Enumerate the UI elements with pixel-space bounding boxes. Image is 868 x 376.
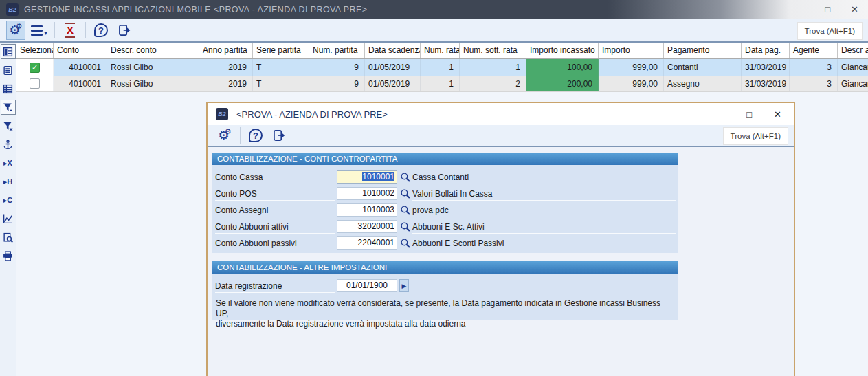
goto-h-icon[interactable]: ▸H: [1, 174, 16, 189]
table-cell: 4010001: [54, 76, 107, 91]
print-preview-icon[interactable]: [1, 230, 16, 245]
date-dropdown-button[interactable]: ▶: [399, 279, 409, 292]
chart-icon[interactable]: [1, 211, 16, 226]
table-cell: 9: [309, 59, 365, 76]
printer-icon[interactable]: [1, 248, 16, 263]
table-cell: 2: [460, 76, 526, 91]
account-field-row: Conto Cassa1010001Cassa Contanti: [212, 169, 678, 186]
column-header[interactable]: Data pag.: [742, 43, 790, 58]
data-registrazione-input[interactable]: 01/01/1900: [337, 279, 397, 292]
table-cell: 01/05/2019: [365, 59, 421, 76]
exit-icon[interactable]: [115, 21, 134, 40]
table-cell: T: [253, 59, 309, 76]
table-cell: Rossi Gilbo: [107, 76, 199, 91]
filter-icon[interactable]: [1, 100, 16, 115]
column-header[interactable]: Serie partita: [253, 43, 309, 58]
table-icon[interactable]: [1, 81, 16, 96]
filter-clear-icon[interactable]: [1, 118, 16, 133]
app-logo-icon: B2: [216, 108, 228, 120]
list-icon[interactable]: [1, 63, 16, 78]
column-header[interactable]: Importo incassato: [526, 43, 599, 58]
account-field-row: Conto Abbuoni attivi32020001Abbuoni E Sc…: [212, 219, 678, 235]
account-description: prova pdc: [412, 203, 676, 217]
search-icon[interactable]: [399, 171, 410, 182]
search-icon[interactable]: [399, 221, 410, 232]
toolbar-separator: [240, 127, 241, 144]
toolbar-separator: [85, 22, 86, 38]
grid-column-icon[interactable]: [1, 44, 16, 59]
trova-shortcut-label: Trova (Alt+F1): [723, 127, 788, 145]
column-header[interactable]: Seleziona: [16, 43, 54, 58]
trova-shortcut-label: Trova (Alt+F1): [797, 22, 863, 40]
goto-c-icon[interactable]: ▸C: [1, 192, 16, 208]
table-cell: 1: [421, 59, 460, 76]
anchor-icon[interactable]: [1, 137, 16, 152]
column-header[interactable]: Data scadenza: [365, 43, 421, 58]
field-label: Conto POS: [215, 187, 335, 201]
close-button[interactable]: ✕: [774, 109, 781, 120]
help-icon[interactable]: ?: [246, 126, 265, 145]
checkbox-checked[interactable]: ✓: [30, 63, 40, 73]
account-code-input[interactable]: 22040001: [337, 236, 397, 250]
contabilizzazione-dialog: B2 <PROVA - AZIENDA DI PROVA PRE> —□✕ ⚙⚙…: [206, 102, 795, 376]
table-cell: 2019: [199, 59, 253, 76]
minimize-button[interactable]: —: [715, 109, 724, 120]
dialog-title: <PROVA - AZIENDA DI PROVA PRE>: [236, 109, 388, 120]
account-code-input[interactable]: 1010001: [337, 170, 397, 184]
close-button[interactable]: ✕: [851, 0, 858, 19]
menu-icon[interactable]: ▾: [30, 21, 49, 40]
table-cell: 200,00: [526, 76, 599, 91]
column-header[interactable]: Num. sott. rata: [460, 43, 526, 58]
dialog-titlebar: B2 <PROVA - AZIENDA DI PROVA PRE> —□✕: [208, 103, 794, 125]
exit-icon[interactable]: [269, 126, 289, 145]
account-code-input[interactable]: 1010002: [337, 187, 397, 200]
column-header[interactable]: Anno partita: [199, 43, 253, 58]
column-header[interactable]: Descr. conto: [107, 43, 199, 58]
goto-x-icon[interactable]: ▸X: [1, 155, 16, 170]
table-cell: 3: [790, 59, 838, 76]
column-header[interactable]: Importo: [599, 43, 664, 58]
info-note: Se il valore non viene modificato verrà …: [216, 298, 673, 329]
column-header[interactable]: Descr agente: [838, 43, 868, 58]
account-code-input[interactable]: 1010003: [337, 203, 397, 217]
table-cell: 1: [421, 76, 460, 91]
table-cell: 1: [460, 59, 526, 76]
account-field-row: Conto Abbuoni passivi22040001Abbuoni E S…: [212, 235, 678, 252]
table-cell: Giancarlo: [838, 59, 868, 76]
maximize-button[interactable]: □: [825, 0, 830, 19]
table-cell: T: [253, 76, 309, 91]
sidebar: ▸X▸H▸C: [0, 43, 16, 376]
checkbox-unchecked[interactable]: [30, 78, 40, 89]
search-icon[interactable]: [399, 204, 410, 215]
main-titlebar: B2 GESTIONE INCASSI APPLICAZIONI MOBILE …: [0, 0, 868, 19]
table-header-row: SelezionaContoDescr. contoAnno partitaSe…: [16, 43, 868, 59]
search-icon[interactable]: [399, 188, 410, 199]
column-header[interactable]: Pagamento: [664, 43, 742, 58]
table-row[interactable]: ✓4010001Rossi Gilbo2019T901/05/201911100…: [16, 59, 868, 76]
table-cell: Rossi Gilbo: [107, 59, 199, 76]
search-icon[interactable]: [399, 237, 410, 248]
window-controls: —□✕: [795, 0, 858, 19]
table-cell: Assegno: [664, 76, 742, 91]
account-description: Abbuoni E Sconti Passivi: [412, 236, 676, 250]
delete-icon[interactable]: X: [60, 21, 80, 40]
column-header[interactable]: Num. partita: [309, 43, 365, 58]
app-logo-icon: B2: [6, 3, 19, 16]
account-description: Cassa Contanti: [412, 170, 676, 184]
maximize-button[interactable]: □: [746, 109, 752, 120]
minimize-button[interactable]: —: [795, 0, 804, 19]
gears-icon[interactable]: ⚙⚙: [6, 21, 25, 40]
column-header[interactable]: Agente: [790, 43, 838, 58]
help-icon[interactable]: ?: [91, 21, 111, 40]
table-cell: 4010001: [54, 59, 107, 76]
account-code-input[interactable]: 32020001: [337, 220, 397, 233]
account-description: Valori Bollati In Cassa: [412, 187, 676, 201]
column-header[interactable]: Num. rata: [421, 43, 460, 58]
conti-contropartita-panel: CONTABILIZZAZIONE - CONTI CONTROPARTITA …: [212, 153, 678, 253]
table-row[interactable]: 4010001Rossi Gilbo2019T901/05/201912200,…: [16, 76, 868, 92]
altre-impostazioni-panel: CONTABILIZZAZIONE - ALTRE IMPOSTAZIONI D…: [212, 261, 678, 320]
section-header: CONTABILIZZAZIONE - CONTI CONTROPARTITA: [212, 153, 678, 165]
column-header[interactable]: Conto: [54, 43, 107, 58]
table-cell: 9: [309, 76, 365, 91]
gears-icon[interactable]: ⚙⚙: [215, 126, 234, 145]
